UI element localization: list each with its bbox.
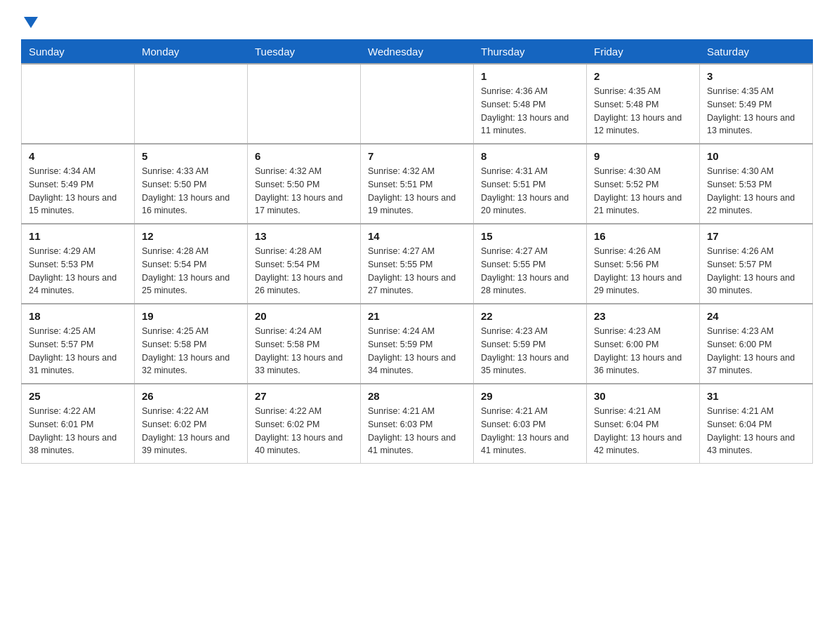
calendar-cell: 27Sunrise: 4:22 AM Sunset: 6:02 PM Dayli… xyxy=(248,384,361,464)
calendar-cell xyxy=(22,64,135,144)
calendar-week-row: 4Sunrise: 4:34 AM Sunset: 5:49 PM Daylig… xyxy=(22,144,813,224)
day-info: Sunrise: 4:27 AM Sunset: 5:55 PM Dayligh… xyxy=(368,245,466,297)
logo-triangle-icon xyxy=(24,17,38,28)
day-info: Sunrise: 4:21 AM Sunset: 6:03 PM Dayligh… xyxy=(368,405,466,457)
day-number: 17 xyxy=(707,230,805,242)
day-info: Sunrise: 4:35 AM Sunset: 5:49 PM Dayligh… xyxy=(707,85,805,137)
calendar-week-row: 25Sunrise: 4:22 AM Sunset: 6:01 PM Dayli… xyxy=(22,384,813,464)
calendar-cell: 9Sunrise: 4:30 AM Sunset: 5:52 PM Daylig… xyxy=(587,144,700,224)
calendar-cell: 25Sunrise: 4:22 AM Sunset: 6:01 PM Dayli… xyxy=(22,384,135,464)
calendar-cell: 8Sunrise: 4:31 AM Sunset: 5:51 PM Daylig… xyxy=(474,144,587,224)
calendar-cell: 31Sunrise: 4:21 AM Sunset: 6:04 PM Dayli… xyxy=(700,384,813,464)
calendar-cell: 22Sunrise: 4:23 AM Sunset: 5:59 PM Dayli… xyxy=(474,304,587,384)
day-info: Sunrise: 4:27 AM Sunset: 5:55 PM Dayligh… xyxy=(481,245,579,297)
day-info: Sunrise: 4:24 AM Sunset: 5:59 PM Dayligh… xyxy=(368,325,466,377)
day-number: 7 xyxy=(368,150,466,162)
day-number: 18 xyxy=(29,310,127,322)
day-number: 29 xyxy=(481,390,579,402)
calendar-cell xyxy=(135,64,248,144)
day-number: 6 xyxy=(255,150,353,162)
calendar-cell: 14Sunrise: 4:27 AM Sunset: 5:55 PM Dayli… xyxy=(361,224,474,304)
day-number: 30 xyxy=(594,390,692,402)
day-number: 14 xyxy=(368,230,466,242)
day-info: Sunrise: 4:36 AM Sunset: 5:48 PM Dayligh… xyxy=(481,85,579,137)
logo xyxy=(21,14,38,25)
day-number: 10 xyxy=(707,150,805,162)
day-info: Sunrise: 4:30 AM Sunset: 5:53 PM Dayligh… xyxy=(707,165,805,217)
calendar-header-row: SundayMondayTuesdayWednesdayThursdayFrid… xyxy=(22,40,813,65)
day-number: 24 xyxy=(707,310,805,322)
calendar-cell: 13Sunrise: 4:28 AM Sunset: 5:54 PM Dayli… xyxy=(248,224,361,304)
day-of-week-header: Friday xyxy=(587,40,700,65)
calendar-table: SundayMondayTuesdayWednesdayThursdayFrid… xyxy=(21,39,813,464)
day-number: 27 xyxy=(255,390,353,402)
page-header xyxy=(21,14,813,25)
day-number: 11 xyxy=(29,230,127,242)
calendar-cell: 7Sunrise: 4:32 AM Sunset: 5:51 PM Daylig… xyxy=(361,144,474,224)
calendar-cell: 17Sunrise: 4:26 AM Sunset: 5:57 PM Dayli… xyxy=(700,224,813,304)
day-info: Sunrise: 4:22 AM Sunset: 6:02 PM Dayligh… xyxy=(142,405,240,457)
day-number: 8 xyxy=(481,150,579,162)
calendar-cell: 3Sunrise: 4:35 AM Sunset: 5:49 PM Daylig… xyxy=(700,64,813,144)
calendar-week-row: 11Sunrise: 4:29 AM Sunset: 5:53 PM Dayli… xyxy=(22,224,813,304)
day-number: 28 xyxy=(368,390,466,402)
calendar-cell: 5Sunrise: 4:33 AM Sunset: 5:50 PM Daylig… xyxy=(135,144,248,224)
day-info: Sunrise: 4:26 AM Sunset: 5:56 PM Dayligh… xyxy=(594,245,692,297)
day-of-week-header: Saturday xyxy=(700,40,813,65)
day-of-week-header: Tuesday xyxy=(248,40,361,65)
day-number: 2 xyxy=(594,70,692,82)
calendar-week-row: 1Sunrise: 4:36 AM Sunset: 5:48 PM Daylig… xyxy=(22,64,813,144)
day-info: Sunrise: 4:31 AM Sunset: 5:51 PM Dayligh… xyxy=(481,165,579,217)
day-of-week-header: Wednesday xyxy=(361,40,474,65)
calendar-cell: 11Sunrise: 4:29 AM Sunset: 5:53 PM Dayli… xyxy=(22,224,135,304)
day-number: 31 xyxy=(707,390,805,402)
calendar-cell: 29Sunrise: 4:21 AM Sunset: 6:03 PM Dayli… xyxy=(474,384,587,464)
calendar-cell: 15Sunrise: 4:27 AM Sunset: 5:55 PM Dayli… xyxy=(474,224,587,304)
day-number: 16 xyxy=(594,230,692,242)
day-info: Sunrise: 4:28 AM Sunset: 5:54 PM Dayligh… xyxy=(255,245,353,297)
day-number: 13 xyxy=(255,230,353,242)
day-number: 22 xyxy=(481,310,579,322)
day-info: Sunrise: 4:32 AM Sunset: 5:51 PM Dayligh… xyxy=(368,165,466,217)
calendar-cell: 21Sunrise: 4:24 AM Sunset: 5:59 PM Dayli… xyxy=(361,304,474,384)
day-number: 23 xyxy=(594,310,692,322)
day-number: 3 xyxy=(707,70,805,82)
day-number: 25 xyxy=(29,390,127,402)
day-info: Sunrise: 4:26 AM Sunset: 5:57 PM Dayligh… xyxy=(707,245,805,297)
calendar-cell xyxy=(248,64,361,144)
day-info: Sunrise: 4:29 AM Sunset: 5:53 PM Dayligh… xyxy=(29,245,127,297)
day-info: Sunrise: 4:23 AM Sunset: 6:00 PM Dayligh… xyxy=(594,325,692,377)
calendar-cell: 19Sunrise: 4:25 AM Sunset: 5:58 PM Dayli… xyxy=(135,304,248,384)
day-info: Sunrise: 4:25 AM Sunset: 5:58 PM Dayligh… xyxy=(142,325,240,377)
day-number: 12 xyxy=(142,230,240,242)
day-of-week-header: Sunday xyxy=(22,40,135,65)
day-number: 4 xyxy=(29,150,127,162)
calendar-cell xyxy=(361,64,474,144)
day-number: 1 xyxy=(481,70,579,82)
day-number: 9 xyxy=(594,150,692,162)
calendar-cell: 26Sunrise: 4:22 AM Sunset: 6:02 PM Dayli… xyxy=(135,384,248,464)
logo-general-text xyxy=(21,14,38,28)
day-info: Sunrise: 4:28 AM Sunset: 5:54 PM Dayligh… xyxy=(142,245,240,297)
day-number: 19 xyxy=(142,310,240,322)
calendar-cell: 12Sunrise: 4:28 AM Sunset: 5:54 PM Dayli… xyxy=(135,224,248,304)
day-number: 20 xyxy=(255,310,353,322)
calendar-cell: 6Sunrise: 4:32 AM Sunset: 5:50 PM Daylig… xyxy=(248,144,361,224)
day-info: Sunrise: 4:25 AM Sunset: 5:57 PM Dayligh… xyxy=(29,325,127,377)
calendar-cell: 30Sunrise: 4:21 AM Sunset: 6:04 PM Dayli… xyxy=(587,384,700,464)
calendar-cell: 4Sunrise: 4:34 AM Sunset: 5:49 PM Daylig… xyxy=(22,144,135,224)
day-info: Sunrise: 4:22 AM Sunset: 6:01 PM Dayligh… xyxy=(29,405,127,457)
day-info: Sunrise: 4:30 AM Sunset: 5:52 PM Dayligh… xyxy=(594,165,692,217)
day-info: Sunrise: 4:23 AM Sunset: 6:00 PM Dayligh… xyxy=(707,325,805,377)
day-info: Sunrise: 4:22 AM Sunset: 6:02 PM Dayligh… xyxy=(255,405,353,457)
day-info: Sunrise: 4:34 AM Sunset: 5:49 PM Dayligh… xyxy=(29,165,127,217)
day-number: 21 xyxy=(368,310,466,322)
day-of-week-header: Monday xyxy=(135,40,248,65)
day-info: Sunrise: 4:35 AM Sunset: 5:48 PM Dayligh… xyxy=(594,85,692,137)
calendar-cell: 23Sunrise: 4:23 AM Sunset: 6:00 PM Dayli… xyxy=(587,304,700,384)
day-number: 5 xyxy=(142,150,240,162)
day-number: 26 xyxy=(142,390,240,402)
calendar-cell: 10Sunrise: 4:30 AM Sunset: 5:53 PM Dayli… xyxy=(700,144,813,224)
calendar-cell: 18Sunrise: 4:25 AM Sunset: 5:57 PM Dayli… xyxy=(22,304,135,384)
day-info: Sunrise: 4:21 AM Sunset: 6:04 PM Dayligh… xyxy=(707,405,805,457)
